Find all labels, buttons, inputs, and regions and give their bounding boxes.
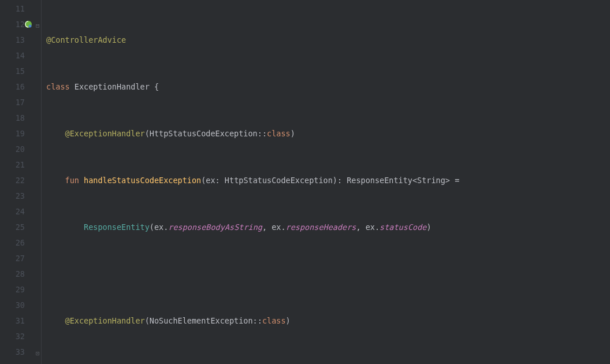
code-line: [46, 266, 610, 282]
line-number: 14: [0, 48, 25, 64]
line-number: 29: [0, 282, 25, 298]
line-number: 22: [0, 173, 25, 188]
property: statusCode: [380, 222, 426, 232]
editor-gutter: 11 12 13 14 15 16 17 18 19 20 21 22 23 2…: [0, 0, 42, 364]
property: responseHeaders: [286, 222, 356, 232]
line-number: 21: [0, 157, 25, 173]
fold-close-icon[interactable]: ⊡: [36, 346, 40, 361]
line-number: 18: [0, 110, 25, 126]
fold-open-icon[interactable]: ⊟: [36, 18, 40, 34]
line-number: 28: [0, 266, 25, 282]
line-number: 15: [0, 64, 25, 79]
code-line: @ExceptionHandler(NoSuchElementException…: [46, 313, 610, 329]
line-number: 16: [0, 79, 25, 95]
annotation: @ExceptionHandler: [65, 316, 145, 325]
property: responseBodyAsString: [168, 222, 262, 232]
keyword-fun: fun: [65, 176, 84, 185]
code-line: ResponseEntity(ex.responseBodyAsString, …: [46, 220, 610, 235]
class-name: ExceptionHandler {: [70, 82, 159, 91]
keyword-class: class: [46, 82, 70, 91]
code-content[interactable]: @ControllerAdvice class ExceptionHandler…: [42, 0, 610, 364]
line-number: 31: [0, 313, 25, 329]
line-number: 11: [0, 1, 25, 17]
line-number: 24: [0, 204, 25, 220]
line-number: 33: [0, 344, 25, 360]
code-line: fun handleStatusCodeException(ex: HttpSt…: [46, 173, 610, 188]
code-line: fun handleNotFound(e: NoSuchElementExcep…: [46, 360, 610, 364]
line-number: 19: [0, 126, 25, 142]
constructor-call: ResponseEntity: [84, 222, 150, 232]
code-line: @ExceptionHandler(HttpStatusCodeExceptio…: [46, 126, 610, 142]
line-number: 32: [0, 329, 25, 344]
function-name: handleStatusCodeException: [84, 176, 201, 185]
line-number: 25: [0, 220, 25, 235]
line-number: 30: [0, 298, 25, 313]
svg-point-1: [29, 25, 32, 28]
line-number: 26: [0, 235, 25, 251]
line-number: 23: [0, 188, 25, 204]
annotation: @ControllerAdvice: [46, 35, 126, 44]
spring-bean-icon[interactable]: [24, 18, 32, 26]
annotation: @ExceptionHandler: [65, 129, 145, 138]
line-number: 12: [0, 17, 25, 32]
code-line: @ControllerAdvice: [46, 32, 610, 48]
line-number: 17: [0, 95, 25, 110]
line-number: 20: [0, 142, 25, 157]
line-number: 27: [0, 251, 25, 266]
line-number: 13: [0, 32, 25, 48]
code-editor[interactable]: 11 12 13 14 15 16 17 18 19 20 21 22 23 2…: [0, 0, 610, 364]
code-line: class ExceptionHandler {: [46, 79, 610, 95]
line-numbers: 11 12 13 14 15 16 17 18 19 20 21 22 23 2…: [0, 0, 41, 360]
